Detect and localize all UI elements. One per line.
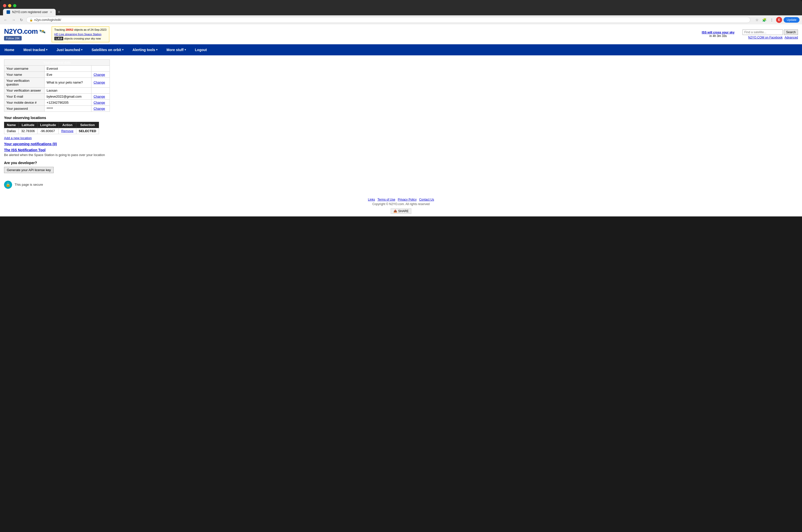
col-longitude: Longitude [38, 122, 59, 128]
change-password-link[interactable]: Change [93, 107, 105, 111]
table-row: Your name Eve Change [4, 72, 110, 77]
address-bar[interactable]: 🔒 n2yo.com/login/edit/ [26, 17, 750, 23]
traffic-light-red [3, 4, 6, 7]
search-area: Search N2YO.COM on Facebook Advanced [743, 30, 798, 39]
table-row: Your verification question What is your … [4, 77, 110, 87]
verification-question-value: What is your pets name? [44, 77, 91, 87]
password-label: Your password [4, 106, 44, 112]
verification-question-label: Your verification question [4, 77, 44, 87]
table-row: Your mobile device # +12342790205 Change [4, 99, 110, 106]
footer-links-link[interactable]: Links [368, 198, 375, 201]
main-content: Your personal data Your username Everoot… [0, 55, 802, 195]
iss-cross-link[interactable]: ISS will cross your sky [702, 31, 734, 34]
back-button[interactable]: ← [2, 17, 8, 22]
address-bar-row: ← → ↻ 🔒 n2yo.com/login/edit/ ☆ 🧩 ⋮ E Upd… [0, 15, 802, 24]
col-latitude: Latitude [19, 122, 38, 128]
iss-tool-description: Be alerted when the Space Station is goi… [4, 153, 798, 157]
tracking-count: 28052 [66, 28, 73, 31]
nav-more-stuff[interactable]: More stuff ▾ [162, 44, 190, 55]
page-footer: Links Terms of Use Privacy Policy Contac… [0, 195, 802, 216]
change-mobile-link[interactable]: Change [93, 101, 105, 104]
change-name-link[interactable]: Change [93, 73, 105, 76]
browser-tab-active[interactable]: N2YO.com registered user ✕ [3, 9, 56, 15]
nav-most-tracked[interactable]: Most tracked ▾ [19, 44, 52, 55]
crossing-suffix: objects crossing your sky now [64, 37, 101, 40]
profile-avatar[interactable]: E [776, 17, 782, 23]
email-value: byleve2022@gmail.com [44, 93, 91, 99]
share-button[interactable]: 📤 SHARE [391, 208, 411, 214]
nav-logout[interactable]: Logout [190, 44, 211, 55]
location-latitude: 32.78306 [19, 128, 38, 134]
remove-location-link[interactable]: Remove [61, 129, 73, 133]
bookmark-button[interactable]: ☆ [754, 17, 760, 22]
tab-title: N2YO.com registered user [12, 10, 48, 14]
col-action: Action [59, 122, 76, 128]
hd-live-link[interactable]: HD Live streaming from Space Station [54, 33, 102, 36]
footer-contact-link[interactable]: Contact Us [419, 198, 434, 201]
update-button[interactable]: Update [784, 17, 800, 23]
col-selection: Selection [76, 122, 99, 128]
more-stuff-arrow: ▾ [185, 48, 186, 51]
nav-just-launched[interactable]: Just launched ▾ [52, 44, 87, 55]
url-text: n2yo.com/login/edit/ [34, 18, 61, 22]
change-email-link[interactable]: Change [93, 95, 105, 98]
facebook-link[interactable]: N2YO.COM on Facebook [748, 36, 783, 39]
mobile-label: Your mobile device # [4, 99, 44, 106]
footer-terms-link[interactable]: Terms of Use [378, 198, 396, 201]
add-location-link[interactable]: Add a new location [4, 136, 798, 140]
traffic-light-yellow [8, 4, 11, 7]
table-row: Your username Everoot [4, 65, 110, 72]
nav-home[interactable]: Home [0, 44, 19, 55]
advanced-link[interactable]: Advanced [785, 36, 798, 39]
alerting-arrow: ▾ [156, 48, 158, 51]
developer-heading: Are you developer? [4, 161, 798, 165]
name-value: Eve [44, 72, 91, 77]
secure-section: 🔒 This page is secure [4, 181, 798, 189]
iss-info: ISS will cross your sky in 4h 3m 33s [702, 31, 734, 38]
mobile-value: +12342790205 [44, 99, 91, 106]
username-value: Everoot [44, 65, 91, 72]
tracking-prefix: Tracking [54, 28, 66, 31]
username-label: Your username [4, 65, 44, 72]
tracking-suffix: objects as of 24-Sep-2023 [73, 28, 106, 31]
table-row: Dallas 32.78306 -96.80667 Remove SELECTE… [4, 128, 99, 134]
crossing-count: 1,819 [54, 37, 63, 40]
verification-answer-label: Your verification answer [4, 87, 44, 93]
tab-favicon [6, 10, 10, 14]
facebook-follow-button[interactable]: Follow 28K [4, 36, 22, 40]
satellites-arrow: ▾ [122, 48, 123, 51]
col-name: Name [4, 122, 19, 128]
iss-tool-link[interactable]: The ISS Notification Tool [4, 148, 798, 152]
personal-data-title: Your personal data [4, 59, 110, 65]
site-logo[interactable]: N2YO.com [4, 28, 38, 35]
site-header: N2YO.com 🛰️ Follow 28K Tracking 28052 ob… [0, 24, 802, 44]
copyright-text: Copyright © N2YO.com. All rights reserve… [2, 202, 800, 206]
table-row: Your password ***** Change [4, 106, 110, 112]
traffic-light-green [13, 4, 16, 7]
forward-button[interactable]: → [11, 17, 17, 22]
secure-lock-icon: 🔒 [4, 181, 12, 189]
logo-area: N2YO.com 🛰️ Follow 28K [4, 28, 45, 40]
tab-close-button[interactable]: ✕ [50, 11, 52, 14]
satellite-icon: 🛰️ [39, 28, 45, 35]
just-launched-arrow: ▾ [81, 48, 83, 51]
locations-table: Name Latitude Longitude Action Selection… [4, 122, 99, 134]
change-verification-question-link[interactable]: Change [93, 80, 105, 84]
more-button[interactable]: ⋮ [769, 17, 774, 22]
api-key-button[interactable]: Generate your API license key [4, 167, 54, 173]
nav-alerting-tools[interactable]: Alerting tools ▾ [128, 44, 162, 55]
location-longitude: -96.80667 [38, 128, 59, 134]
extensions-button[interactable]: 🧩 [761, 17, 767, 22]
footer-privacy-link[interactable]: Privacy Policy [398, 198, 417, 201]
location-selection: SELECTED [76, 128, 99, 134]
search-button[interactable]: Search [784, 30, 798, 35]
iss-time: in 4h 3m 33s [710, 34, 727, 38]
table-row: Your E-mail byleve2022@gmail.com Change [4, 93, 110, 99]
notifications-link[interactable]: Your upcoming notifications (0) [4, 142, 798, 146]
reload-button[interactable]: ↻ [19, 17, 24, 22]
email-label: Your E-mail [4, 93, 44, 99]
nav-satellites-on-orbit[interactable]: Satellites on orbit ▾ [87, 44, 128, 55]
verification-answer-value: Laosan [44, 87, 91, 93]
search-input[interactable] [743, 30, 783, 35]
new-tab-button[interactable]: + [58, 10, 60, 15]
